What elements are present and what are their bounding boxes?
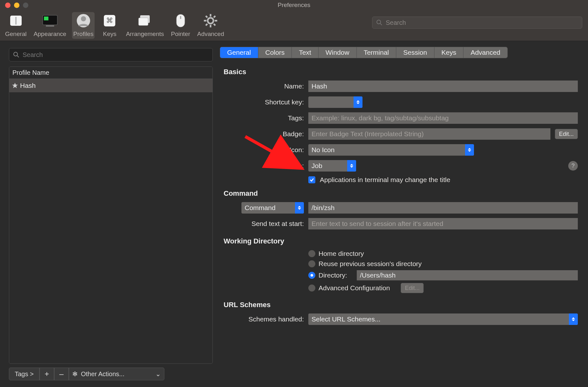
stepper-icon — [347, 160, 356, 172]
tags-label: Tags: — [224, 114, 304, 122]
title-help-button[interactable]: ? — [568, 161, 578, 171]
toolbar-item-arrangements[interactable]: Arrangements — [125, 12, 165, 39]
prefs-toolbar: General Appearance Profiles ⌘ Keys Arran… — [0, 10, 588, 41]
window-controls — [5, 3, 28, 8]
svg-point-24 — [14, 52, 18, 56]
command-field[interactable] — [308, 202, 578, 214]
add-profile-button[interactable]: + — [39, 368, 54, 380]
toolbar-item-keys[interactable]: ⌘ Keys — [99, 12, 120, 39]
close-window-button[interactable] — [5, 3, 11, 8]
tab-session[interactable]: Session — [396, 47, 434, 58]
search-icon — [376, 19, 383, 26]
profile-search-input[interactable] — [23, 51, 209, 59]
profile-tabs: General Colors Text Window Terminal Sess… — [220, 47, 582, 58]
profile-icon — [74, 12, 93, 29]
workdir-advanced-radio[interactable]: Advanced Configuration Edit... — [308, 283, 578, 293]
profile-name-field[interactable] — [308, 81, 578, 92]
svg-line-19 — [214, 24, 215, 25]
apps-change-title-label: Applications in terminal may change the … — [320, 176, 450, 184]
remove-profile-button[interactable]: – — [54, 368, 69, 380]
gear-icon: ✻ — [72, 370, 78, 378]
workdir-directory-radio[interactable]: Directory: — [308, 270, 578, 280]
stepper-icon — [569, 313, 578, 325]
title-select[interactable]: Job — [308, 160, 356, 172]
svg-point-13 — [208, 18, 213, 24]
workdir-reuse-radio[interactable]: Reuse previous session's directory — [308, 260, 578, 268]
tab-window[interactable]: Window — [319, 47, 357, 58]
radio-off-icon — [308, 250, 315, 257]
stepper-icon — [295, 202, 304, 214]
badge-field[interactable] — [308, 128, 550, 140]
basics-heading: Basics — [224, 68, 578, 76]
shortcut-label: Shortcut key: — [224, 98, 304, 106]
profile-detail: General Colors Text Window Terminal Sess… — [217, 41, 588, 380]
shortcut-key-select[interactable] — [308, 96, 362, 108]
toolbar-item-advanced[interactable]: Advanced — [196, 12, 226, 39]
schemes-select[interactable]: Select URL Schemes... — [308, 313, 578, 325]
gear-icon — [201, 12, 220, 29]
radio-on-icon — [308, 272, 315, 279]
profile-name: Hash — [20, 82, 36, 89]
profile-row[interactable]: Hash — [9, 79, 212, 92]
tags-field[interactable] — [308, 112, 578, 124]
schemes-label: Schemes handled: — [224, 315, 304, 323]
mouse-icon — [171, 12, 190, 29]
svg-rect-1 — [15, 17, 17, 25]
icon-select[interactable]: No Icon — [308, 144, 474, 156]
command-key-icon: ⌘ — [100, 12, 119, 29]
svg-line-23 — [380, 24, 382, 25]
badge-label: Badge: — [224, 130, 304, 138]
svg-rect-3 — [44, 17, 48, 20]
toolbar-search-input[interactable] — [386, 19, 578, 26]
toolbar-item-pointer[interactable]: Pointer — [170, 12, 191, 39]
send-text-field[interactable] — [308, 218, 578, 229]
profiles-bottom-bar: Tags > + – ✻ Other Actions... ⌄ — [9, 368, 211, 380]
chevron-down-icon: ⌄ — [155, 370, 161, 378]
command-heading: Command — [224, 189, 578, 198]
toolbar-search[interactable] — [372, 17, 582, 29]
svg-rect-10 — [139, 18, 148, 25]
svg-line-18 — [206, 16, 207, 18]
toolbar-item-appearance[interactable]: Appearance — [32, 12, 68, 39]
command-mode-select[interactable]: Command — [241, 202, 304, 214]
tab-colors[interactable]: Colors — [258, 47, 292, 58]
window-title: Preferences — [278, 2, 310, 9]
title-label: Title: — [224, 162, 304, 170]
toolbar-item-profiles[interactable]: Profiles — [72, 12, 95, 39]
icon-label: Icon: — [224, 146, 304, 154]
tags-filter-button[interactable]: Tags > — [9, 368, 39, 380]
workdir-advanced-edit-button[interactable]: Edit... — [401, 283, 424, 293]
badge-edit-button[interactable]: Edit... — [555, 129, 578, 139]
stepper-icon — [465, 144, 474, 156]
svg-marker-26 — [12, 83, 18, 88]
svg-line-20 — [206, 24, 207, 25]
tab-terminal[interactable]: Terminal — [357, 47, 396, 58]
minimize-window-button[interactable] — [14, 3, 19, 8]
profile-search[interactable] — [9, 48, 213, 61]
windows-stack-icon — [136, 12, 154, 29]
other-actions-menu[interactable]: ✻ Other Actions... ⌄ — [69, 368, 164, 380]
tab-keys[interactable]: Keys — [434, 47, 464, 58]
toolbar-item-general[interactable]: General — [4, 12, 28, 39]
star-icon — [12, 82, 18, 89]
apps-change-title-checkbox[interactable] — [308, 176, 315, 183]
stepper-icon — [354, 96, 362, 108]
radio-off-icon — [308, 260, 315, 267]
profiles-table-header[interactable]: Profile Name — [9, 67, 212, 79]
tab-text[interactable]: Text — [292, 47, 319, 58]
tab-advanced[interactable]: Advanced — [463, 47, 507, 58]
workdir-path-field[interactable] — [357, 270, 578, 280]
zoom-window-button[interactable] — [23, 3, 28, 8]
search-icon — [13, 52, 19, 58]
switch-icon — [7, 12, 25, 29]
workdir-heading: Working Directory — [224, 237, 578, 245]
radio-off-icon — [308, 285, 315, 292]
svg-point-22 — [377, 20, 381, 24]
svg-point-6 — [81, 16, 86, 21]
urlschemes-heading: URL Schemes — [224, 301, 578, 309]
titlebar: Preferences — [0, 0, 588, 10]
name-label: Name: — [224, 82, 304, 90]
profiles-table: Profile Name Hash — [9, 67, 213, 364]
tab-general[interactable]: General — [220, 47, 258, 58]
workdir-home-radio[interactable]: Home directory — [308, 250, 578, 257]
